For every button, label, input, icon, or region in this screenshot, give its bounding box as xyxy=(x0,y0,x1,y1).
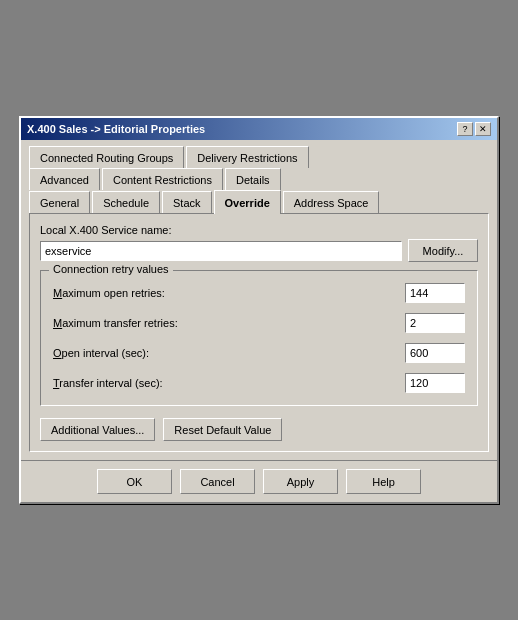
tab-delivery-restrictions[interactable]: Delivery Restrictions xyxy=(186,146,308,168)
close-title-btn[interactable]: ✕ xyxy=(475,122,491,136)
local-service-label: Local X.400 Service name: xyxy=(40,224,478,236)
open-interval-label: Open interval (sec): xyxy=(53,347,397,359)
apply-button[interactable]: Apply xyxy=(263,469,338,494)
max-open-retries-label: Maximum open retries: xyxy=(53,287,397,299)
tab-row-2: Advanced Content Restrictions Details xyxy=(29,168,489,190)
help-button[interactable]: Help xyxy=(346,469,421,494)
cancel-button[interactable]: Cancel xyxy=(180,469,255,494)
tab-address-space[interactable]: Address Space xyxy=(283,191,380,213)
dialog-window: X.400 Sales -> Editorial Properties ? ✕ … xyxy=(19,116,499,504)
tab-connected-routing-groups[interactable]: Connected Routing Groups xyxy=(29,146,184,168)
local-service-group: Local X.400 Service name: Modify... xyxy=(40,224,478,262)
local-service-input[interactable] xyxy=(40,241,402,261)
action-buttons-row: Additional Values... Reset Default Value xyxy=(40,418,478,441)
tab-row-3: General Schedule Stack Override Address … xyxy=(29,190,489,213)
title-bar-controls: ? ✕ xyxy=(457,122,491,136)
max-transfer-retries-input[interactable] xyxy=(405,313,465,333)
max-transfer-retries-label: Maximum transfer retries: xyxy=(53,317,397,329)
open-interval-input[interactable] xyxy=(405,343,465,363)
open-interval-row: Open interval (sec): xyxy=(53,343,465,363)
max-open-retries-input[interactable] xyxy=(405,283,465,303)
tab-advanced[interactable]: Advanced xyxy=(29,168,100,190)
transfer-interval-label: Transfer interval (sec): xyxy=(53,377,397,389)
max-open-retries-row: Maximum open retries: xyxy=(53,283,465,303)
tab-schedule[interactable]: Schedule xyxy=(92,191,160,213)
tab-panel: Local X.400 Service name: Modify... Conn… xyxy=(29,213,489,452)
tab-general[interactable]: General xyxy=(29,191,90,213)
dialog-content: Connected Routing Groups Delivery Restri… xyxy=(21,140,497,460)
tab-row-1: Connected Routing Groups Delivery Restri… xyxy=(29,146,489,168)
ok-button[interactable]: OK xyxy=(97,469,172,494)
connection-retry-group: Connection retry values Maximum open ret… xyxy=(40,270,478,406)
transfer-interval-input[interactable] xyxy=(405,373,465,393)
modify-button[interactable]: Modify... xyxy=(408,239,478,262)
tab-details[interactable]: Details xyxy=(225,168,281,190)
tab-content-restrictions[interactable]: Content Restrictions xyxy=(102,168,223,190)
title-bar: X.400 Sales -> Editorial Properties ? ✕ xyxy=(21,118,497,140)
tab-override[interactable]: Override xyxy=(214,190,281,214)
local-service-row: Modify... xyxy=(40,239,478,262)
max-transfer-retries-row: Maximum transfer retries: xyxy=(53,313,465,333)
dialog-footer: OK Cancel Apply Help xyxy=(21,460,497,502)
tab-stack[interactable]: Stack xyxy=(162,191,212,213)
additional-values-button[interactable]: Additional Values... xyxy=(40,418,155,441)
window-title: X.400 Sales -> Editorial Properties xyxy=(27,123,205,135)
group-box-legend: Connection retry values xyxy=(49,263,173,275)
help-title-btn[interactable]: ? xyxy=(457,122,473,136)
transfer-interval-row: Transfer interval (sec): xyxy=(53,373,465,393)
reset-default-button[interactable]: Reset Default Value xyxy=(163,418,282,441)
